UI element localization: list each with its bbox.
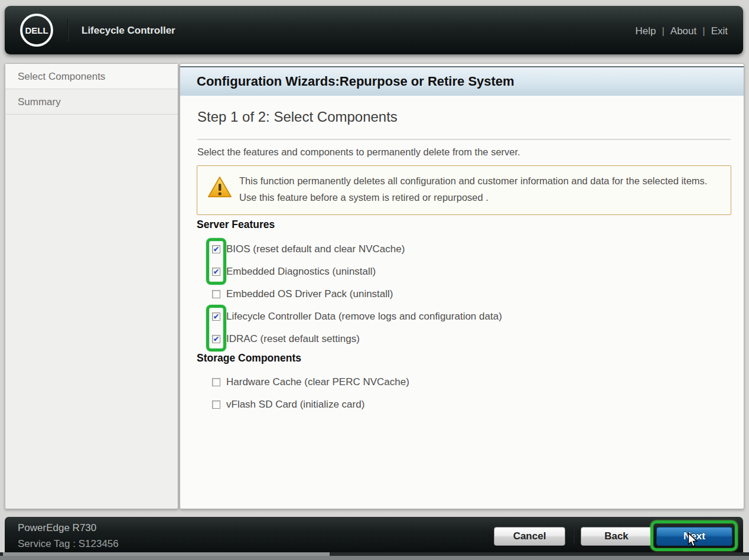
bottom-bar: PowerEdge R730 Service Tag : S123456 Can… [5,517,743,552]
list-item: ✔ IDRAC (reset default settings) [197,328,502,350]
list-item: ✔ BIOS (reset default and clear NVCache) [197,238,502,261]
embedded-os-driver-pack-checkbox[interactable] [212,290,220,298]
hardware-cache-checkbox[interactable] [212,378,220,386]
service-tag: Service Tag : S123456 [18,538,119,550]
app-title: Lifecycle Controller [82,25,175,37]
link-separator: | [702,25,705,37]
mouse-cursor-icon [687,532,698,550]
page-title: Configuration Wizards:Repurpose or Retir… [180,67,744,95]
list-item: vFlash SD Card (initialize card) [197,393,409,416]
warning-text: This function permanently deletes all co… [239,172,722,206]
warning-triangle-icon [207,176,232,201]
step-description: Select the features and components to pe… [197,146,520,158]
button-separator [573,529,574,544]
section-title-server-features: Server Features [197,219,275,231]
list-item: ✔ Lifecycle Controller Data (remove logs… [197,305,502,328]
checkbox-label: BIOS (reset default and clear NVCache) [226,243,405,255]
dell-logo-icon: DELL [20,14,53,47]
checkbox-label: IDRAC (reset default settings) [226,333,360,345]
main-panel: Configuration Wizards:Repurpose or Retir… [180,63,744,509]
list-item: Hardware Cache (clear PERC NVCache) [197,371,409,393]
exit-link[interactable]: Exit [711,25,728,37]
storage-components-list: Hardware Cache (clear PERC NVCache) vFla… [197,371,409,416]
green-highlight-box [206,305,226,351]
checkbox-label: Embedded Diagnostics (uninstall) [226,266,376,278]
sidebar-item-select-components[interactable]: Select Components [5,64,178,89]
help-link[interactable]: Help [635,25,656,37]
topbar-links: Help|About|Exit [633,25,730,37]
checkbox-label: Hardware Cache (clear PERC NVCache) [226,376,409,388]
topbar-divider [67,19,69,41]
link-separator: | [662,25,664,37]
section-title-storage-components: Storage Components [197,352,301,364]
divider [197,139,731,140]
wizard-steps-sidebar: Select Components Summary [5,63,178,509]
green-highlight-box [206,238,226,285]
server-features-list: ✔ BIOS (reset default and clear NVCache)… [197,238,502,350]
bottom-strip [0,556,749,560]
warning-box: This function permanently deletes all co… [197,165,731,215]
back-button[interactable]: Back [581,527,652,546]
sidebar-item-summary[interactable]: Summary [5,89,178,115]
page-header: Configuration Wizards:Repurpose or Retir… [180,66,744,96]
vflash-sd-card-checkbox[interactable] [212,401,220,409]
list-item: ✔ Embedded Diagnostics (uninstall) [197,261,502,283]
dell-logo-text: DELL [25,25,48,35]
server-model: PowerEdge R730 [18,522,96,534]
list-item: Embedded OS Driver Pack (uninstall) [197,283,502,305]
cancel-button[interactable]: Cancel [494,527,565,546]
checkbox-label: Embedded OS Driver Pack (uninstall) [226,288,393,300]
checkbox-label: Lifecycle Controller Data (remove logs a… [226,311,502,323]
top-bar: DELL Lifecycle Controller Help|About|Exi… [5,6,743,54]
step-title: Step 1 of 2: Select Components [197,109,398,125]
about-link[interactable]: About [670,25,696,37]
checkbox-label: vFlash SD Card (initialize card) [226,399,364,411]
